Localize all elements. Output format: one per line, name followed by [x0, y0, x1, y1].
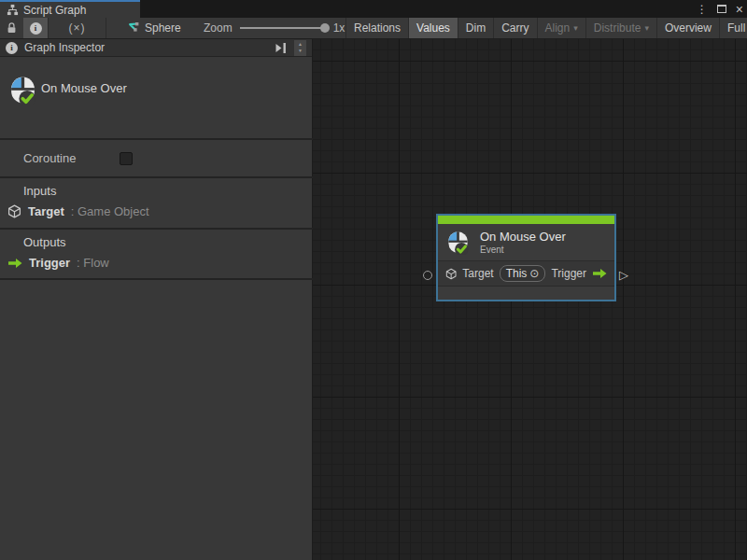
values-button[interactable]: Values: [408, 18, 458, 38]
node-title: On Mouse Over: [480, 230, 566, 244]
input-port-type: : Game Object: [71, 204, 149, 218]
overview-label: Overview: [665, 21, 712, 35]
carry-button[interactable]: Carry: [493, 18, 536, 38]
graph-inspector-header: i Graph Inspector ▲ ▼: [0, 39, 312, 57]
panel-scroll-spinner[interactable]: ▲ ▼: [294, 40, 306, 56]
relations-button[interactable]: Relations: [345, 18, 408, 38]
zoom-value: 1x: [333, 21, 345, 35]
graph-inspector-panel: i Graph Inspector ▲ ▼ On Mouse Over Coro…: [0, 39, 313, 560]
input-port-name: Target: [28, 204, 64, 218]
tab-title: Script Graph: [23, 4, 86, 17]
outputs-title: Outputs: [23, 235, 66, 249]
align-label: Align: [545, 21, 571, 35]
info-icon: i: [6, 42, 18, 54]
carry-label: Carry: [501, 21, 529, 35]
chevron-down-icon: ▾: [573, 23, 578, 33]
on-mouse-over-icon: [445, 231, 471, 255]
target-port-label: Target: [462, 267, 493, 280]
info-icon: i: [30, 22, 42, 35]
cube-icon[interactable]: [445, 267, 457, 281]
zoom-control: Zoom 1x: [204, 18, 345, 38]
chevron-down-icon: ▾: [644, 23, 649, 33]
node-color-bar: [438, 216, 614, 224]
inputs-title: Inputs: [23, 184, 56, 198]
close-icon[interactable]: ×: [736, 3, 743, 16]
event-title-block: On Mouse Over: [0, 57, 313, 138]
coroutine-label: Coroutine: [23, 151, 76, 165]
input-port-row: Target : Game Object: [7, 204, 149, 218]
lock-button[interactable]: [0, 18, 23, 38]
distribute-dropdown-button: Distribute ▾: [585, 18, 656, 38]
zoom-label: Zoom: [204, 21, 233, 35]
inputs-section: Inputs Target : Game Object: [0, 178, 313, 228]
window-tab-bar: Script Graph ⋮ ×: [0, 0, 747, 18]
scroll-up-icon[interactable]: ▲: [298, 41, 303, 48]
coroutine-checkbox[interactable]: [120, 152, 133, 165]
outputs-section: Outputs Trigger : Flow: [0, 230, 313, 278]
this-value: This: [506, 267, 528, 280]
node-subtitle: Event: [480, 245, 566, 255]
graph-toolbar: i (×) Sphere Zoom 1x Relations Values Di…: [0, 18, 747, 39]
on-mouse-over-node[interactable]: On Mouse Over Event Target This ⊙ Trigge…: [437, 215, 615, 301]
window-controls: ⋮ ×: [697, 0, 743, 18]
output-port-type: : Flow: [77, 256, 109, 270]
on-mouse-over-icon: [7, 76, 38, 105]
node-input-connector[interactable]: [423, 271, 432, 280]
relations-label: Relations: [354, 21, 401, 35]
node-footer: [438, 287, 614, 298]
graph-owner-label: Sphere: [145, 21, 181, 35]
trigger-port: Trigger: [551, 267, 607, 280]
coroutine-row: Coroutine: [0, 140, 313, 176]
graph-inspector-toggle-button[interactable]: i: [23, 18, 49, 38]
output-port-row: Trigger : Flow: [7, 256, 109, 270]
dim-button[interactable]: Dim: [458, 18, 493, 38]
flow-arrow-icon[interactable]: [592, 268, 607, 279]
full-screen-button[interactable]: Full Screen: [719, 18, 747, 38]
dock-panel-icon[interactable]: [275, 42, 288, 54]
zoom-slider-handle[interactable]: [320, 23, 330, 33]
scroll-down-icon[interactable]: ▼: [298, 48, 303, 54]
variables-toggle-button[interactable]: (×): [49, 18, 106, 38]
distribute-label: Distribute: [594, 21, 641, 35]
node-port-row: Target This ⊙ Trigger: [438, 261, 614, 287]
event-title: On Mouse Over: [41, 81, 127, 95]
overview-button[interactable]: Overview: [656, 18, 719, 38]
trigger-port-label: Trigger: [551, 267, 586, 280]
this-value-chip[interactable]: This ⊙: [500, 265, 546, 282]
node-output-connector-icon[interactable]: ▷: [619, 268, 628, 282]
toolbar-toggle-group: Relations Values Dim Carry Align ▾ Distr…: [345, 18, 747, 38]
output-port-name: Trigger: [29, 256, 70, 270]
full-screen-label: Full Screen: [727, 21, 747, 35]
graph-inspector-title: Graph Inspector: [24, 41, 105, 54]
align-dropdown-button: Align ▾: [537, 18, 585, 38]
divider: [0, 278, 313, 280]
maximize-icon[interactable]: [717, 5, 726, 13]
zoom-slider[interactable]: [240, 27, 326, 29]
window-menu-icon[interactable]: ⋮: [697, 4, 708, 15]
object-picker-icon[interactable]: ⊙: [529, 267, 539, 280]
values-label: Values: [416, 21, 450, 35]
graph-owner-chip[interactable]: Sphere: [127, 18, 181, 38]
flow-arrow-icon: [7, 258, 22, 269]
script-graph-asset-icon: [127, 21, 140, 35]
node-header[interactable]: On Mouse Over Event: [438, 224, 614, 261]
variables-icon: (×): [69, 21, 86, 35]
cube-icon: [7, 204, 21, 218]
dim-label: Dim: [466, 21, 486, 35]
lock-icon: [6, 21, 18, 35]
script-graph-tab-icon: [7, 4, 19, 16]
tab-script-graph[interactable]: Script Graph: [0, 0, 140, 18]
